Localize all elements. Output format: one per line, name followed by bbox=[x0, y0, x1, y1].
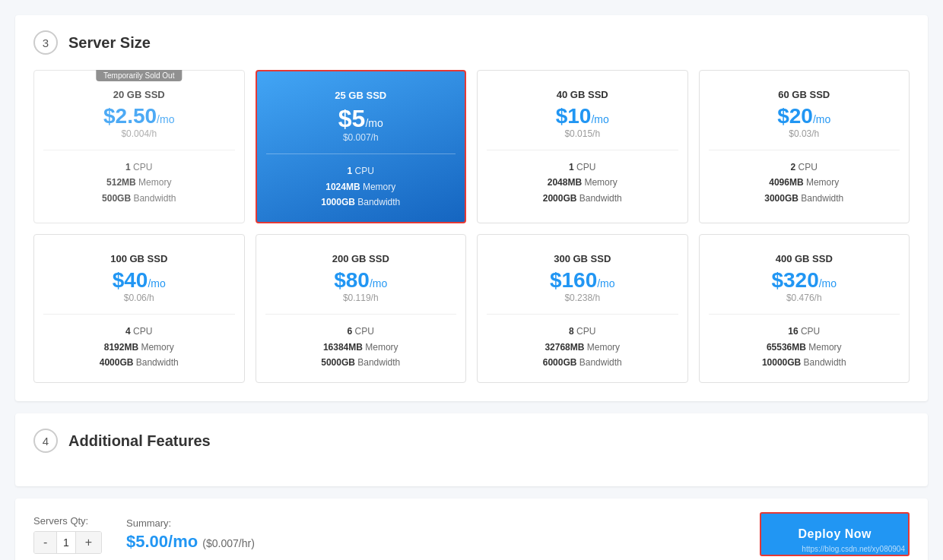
card-price-main: $10/mo bbox=[487, 105, 678, 128]
server-card-card-20gb[interactable]: Temporarily Sold Out20 GB SSD$2.50/mo$0.… bbox=[33, 70, 245, 223]
deploy-container: Deploy Now https://blog.csdn.net/xy08090… bbox=[760, 512, 910, 556]
card-price-hourly: $0.119/h bbox=[265, 293, 457, 303]
card-spec: 1 CPU 1024MB Memory 1000GB Bandwidth bbox=[266, 163, 456, 210]
card-price-main: $2.50/mo bbox=[43, 105, 235, 128]
summary-price-unit: /mo bbox=[168, 532, 198, 551]
card-divider bbox=[487, 314, 678, 315]
watermark: https://blog.csdn.net/xy080904 bbox=[802, 545, 905, 553]
card-price-main: $80/mo bbox=[265, 269, 457, 293]
server-grid: Temporarily Sold Out20 GB SSD$2.50/mo$0.… bbox=[33, 70, 910, 383]
card-price-hourly: $0.004/h bbox=[43, 128, 235, 139]
card-storage: 40 GB SSD bbox=[487, 89, 678, 100]
summary-price: $5.00/mo ($0.007/hr) bbox=[126, 532, 255, 552]
bottom-bar: Servers Qty: - 1 + Summary: $5.00/mo ($0… bbox=[15, 498, 928, 560]
qty-container: Servers Qty: - 1 + bbox=[33, 515, 102, 554]
card-spec: 4 CPU 8192MB Memory 4000GB Bandwidth bbox=[43, 324, 235, 370]
card-spec: 2 CPU 4096MB Memory 3000GB Bandwidth bbox=[709, 160, 900, 206]
card-divider bbox=[43, 150, 235, 150]
sold-out-badge: Temporarily Sold Out bbox=[96, 70, 182, 81]
card-price-main: $160/mo bbox=[487, 269, 678, 293]
server-card-card-200gb[interactable]: 200 GB SSD$80/mo$0.119/h 6 CPU 16384MB M… bbox=[256, 234, 467, 383]
server-card-card-40gb[interactable]: 40 GB SSD$10/mo$0.015/h 1 CPU 2048MB Mem… bbox=[477, 70, 688, 223]
card-divider bbox=[709, 150, 900, 150]
section3-title: Server Size bbox=[68, 34, 151, 52]
section4-number: 4 bbox=[33, 429, 58, 453]
card-price-main: $5/mo bbox=[266, 106, 456, 132]
card-spec: 16 CPU 65536MB Memory 10000GB Bandwidth bbox=[709, 324, 900, 370]
summary-price-value: $5.00 bbox=[126, 532, 168, 551]
card-storage: 20 GB SSD bbox=[43, 89, 235, 100]
card-price-main: $20/mo bbox=[709, 105, 900, 128]
section3-number: 3 bbox=[33, 30, 58, 55]
qty-value: 1 bbox=[56, 532, 75, 553]
qty-control: - 1 + bbox=[33, 531, 102, 554]
summary-container: Summary: $5.00/mo ($0.007/hr) bbox=[126, 517, 255, 552]
card-storage: 25 GB SSD bbox=[266, 90, 456, 101]
card-price-hourly: $0.03/h bbox=[709, 128, 900, 139]
card-spec: 1 CPU 512MB Memory 500GB Bandwidth bbox=[43, 160, 235, 206]
card-price-main: $40/mo bbox=[43, 269, 235, 293]
card-storage: 100 GB SSD bbox=[43, 253, 235, 264]
qty-plus-button[interactable]: + bbox=[76, 532, 101, 553]
server-card-card-25gb[interactable]: 25 GB SSD$5/mo$0.007/h 1 CPU 1024MB Memo… bbox=[256, 70, 467, 223]
server-card-card-60gb[interactable]: 60 GB SSD$20/mo$0.03/h 2 CPU 4096MB Memo… bbox=[699, 70, 910, 223]
card-divider bbox=[266, 153, 456, 154]
server-size-section: 3 Server Size Temporarily Sold Out20 GB … bbox=[15, 15, 928, 401]
card-divider bbox=[709, 314, 900, 315]
card-price-hourly: $0.238/h bbox=[487, 293, 678, 303]
card-divider bbox=[43, 314, 235, 315]
card-spec: 1 CPU 2048MB Memory 2000GB Bandwidth bbox=[487, 160, 678, 206]
additional-features-section: 4 Additional Features bbox=[15, 413, 928, 486]
server-card-card-300gb[interactable]: 300 GB SSD$160/mo$0.238/h 8 CPU 32768MB … bbox=[477, 234, 688, 383]
card-price-hourly: $0.06/h bbox=[43, 293, 235, 303]
card-price-hourly: $0.476/h bbox=[709, 293, 900, 303]
card-storage: 200 GB SSD bbox=[265, 253, 457, 264]
section4-header: 4 Additional Features bbox=[33, 429, 910, 453]
card-storage: 400 GB SSD bbox=[709, 253, 900, 264]
section4-title: Additional Features bbox=[68, 432, 211, 450]
summary-label: Summary: bbox=[126, 517, 255, 529]
server-card-card-400gb[interactable]: 400 GB SSD$320/mo$0.476/h 16 CPU 65536MB… bbox=[699, 234, 910, 383]
card-price-hourly: $0.015/h bbox=[487, 128, 678, 139]
card-price-main: $320/mo bbox=[709, 269, 900, 293]
card-storage: 300 GB SSD bbox=[487, 253, 678, 264]
card-spec: 6 CPU 16384MB Memory 5000GB Bandwidth bbox=[265, 324, 457, 370]
qty-minus-button[interactable]: - bbox=[34, 532, 56, 553]
card-price-hourly: $0.007/h bbox=[266, 132, 456, 143]
card-divider bbox=[265, 314, 457, 315]
card-storage: 60 GB SSD bbox=[709, 89, 900, 100]
card-spec: 8 CPU 32768MB Memory 6000GB Bandwidth bbox=[487, 324, 678, 370]
summary-hourly: ($0.007/hr) bbox=[202, 537, 254, 549]
section3-header: 3 Server Size bbox=[33, 30, 910, 55]
server-card-card-100gb[interactable]: 100 GB SSD$40/mo$0.06/h 4 CPU 8192MB Mem… bbox=[33, 234, 245, 383]
bottom-left: Servers Qty: - 1 + Summary: $5.00/mo ($0… bbox=[33, 515, 255, 554]
card-divider bbox=[487, 150, 678, 150]
qty-label: Servers Qty: bbox=[33, 515, 102, 527]
